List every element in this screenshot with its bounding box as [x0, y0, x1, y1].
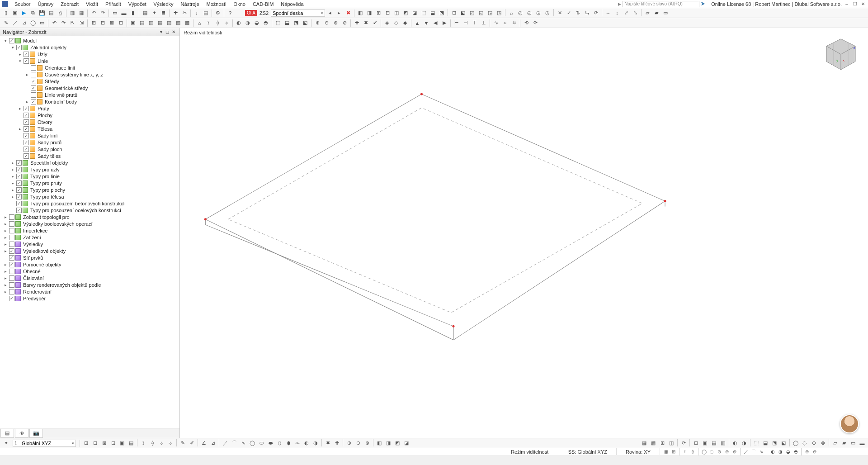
- toolbar2-btn-49[interactable]: ◇: [392, 19, 400, 27]
- tree-row[interactable]: ▸Renderování: [0, 288, 179, 295]
- toolbar2-btn-53[interactable]: ▼: [422, 19, 430, 27]
- menu-item-nápověda[interactable]: Nápověda: [277, 1, 307, 7]
- filter-icon[interactable]: ✖: [344, 9, 352, 17]
- menu-item-možnosti[interactable]: Možnosti: [203, 1, 230, 7]
- toolbar2-btn-21[interactable]: ▨: [174, 19, 182, 27]
- tree-row[interactable]: Sady ploch: [0, 146, 179, 152]
- status-icon-13[interactable]: ⌒: [750, 449, 757, 455]
- toolbar1-btn-6[interactable]: ◪: [410, 9, 419, 17]
- tree-checkbox[interactable]: [9, 275, 14, 281]
- tree-row[interactable]: ▸Zatížení: [0, 234, 179, 241]
- toolbar2-btn-9[interactable]: ⇲: [77, 19, 85, 27]
- status-icon-21[interactable]: ⊕: [804, 449, 810, 455]
- status-icon-14[interactable]: ∿: [758, 449, 764, 455]
- tree-twisty-icon[interactable]: ▸: [3, 276, 8, 280]
- bottom-toolbar-right-btn-3[interactable]: ◫: [667, 439, 675, 447]
- toolbar1-btn-1[interactable]: ◨: [365, 9, 373, 17]
- bottom-toolbar-btn-1[interactable]: ⊟: [91, 439, 99, 447]
- section-icon[interactable]: ✂: [180, 9, 189, 17]
- panel-pin-icon[interactable]: ◻: [164, 29, 170, 34]
- tree-twisty-icon[interactable]: ▸: [10, 174, 15, 179]
- status-icon-17[interactable]: ◑: [777, 449, 783, 455]
- toolbar2-btn-24[interactable]: ⌂: [195, 19, 203, 27]
- toolbar1-btn-3[interactable]: ⊟: [383, 9, 392, 17]
- tree-checkbox[interactable]: [9, 262, 14, 267]
- bottom-toolbar-right-btn-7[interactable]: ⊡: [692, 439, 700, 447]
- node-marker[interactable]: [204, 218, 207, 220]
- bottom-toolbar-right-btn-0[interactable]: ▦: [640, 439, 648, 447]
- tree-twisty-icon[interactable]: ▸: [3, 215, 8, 219]
- run-icon[interactable]: ▶: [20, 9, 28, 17]
- search-submit-icon[interactable]: ⮞: [701, 2, 705, 6]
- bottom-toolbar-btn-31[interactable]: ✚: [333, 439, 341, 447]
- tree-checkbox[interactable]: [24, 119, 29, 125]
- tree-row[interactable]: ▸Speciální objekty: [0, 159, 179, 166]
- toolbar2-btn-17[interactable]: ▤: [138, 19, 146, 27]
- tree-row[interactable]: ▸Typy pro uzly: [0, 166, 179, 173]
- toolbar2-btn-57[interactable]: ⊢: [453, 19, 461, 27]
- toolbar1-btn-33[interactable]: ⤡: [631, 9, 639, 17]
- toolbar1-btn-31[interactable]: ↕: [613, 9, 621, 17]
- bottom-toolbar-right-btn-26[interactable]: ▰: [840, 439, 848, 447]
- bottom-toolbar-right-btn-16[interactable]: ⬓: [761, 439, 769, 447]
- toolbar2-btn-13[interactable]: ⊠: [108, 19, 116, 27]
- bottom-toolbar-btn-2[interactable]: ⊠: [100, 439, 108, 447]
- bottom-toolbar-btn-40[interactable]: ◪: [402, 439, 410, 447]
- toolbar1-btn-16[interactable]: ◳: [495, 9, 503, 17]
- open-file-icon[interactable]: ▣: [11, 9, 19, 17]
- nav-tab-view[interactable]: 📷: [29, 429, 43, 438]
- bottom-toolbar-btn-3[interactable]: ⊡: [109, 439, 117, 447]
- panel-float-icon[interactable]: ▾: [158, 29, 164, 34]
- tree-twisty-icon[interactable]: ▸: [3, 289, 8, 294]
- status-icon-22[interactable]: ⊖: [811, 449, 818, 455]
- menu-item-nástroje[interactable]: Nástroje: [177, 1, 203, 7]
- toolbar2-btn-60[interactable]: ⊥: [480, 19, 488, 27]
- toolbar1-btn-20[interactable]: ◵: [525, 9, 533, 17]
- bottom-toolbar-btn-23[interactable]: ⬬: [266, 439, 274, 447]
- menu-item-výsledky[interactable]: Výsledky: [150, 1, 177, 7]
- tree-checkbox[interactable]: [9, 242, 14, 247]
- tree-checkbox[interactable]: [16, 45, 22, 50]
- bottom-toolbar-btn-28[interactable]: ◑: [311, 439, 320, 447]
- tree-twisty-icon[interactable]: ▸: [3, 283, 8, 287]
- toolbar1-btn-22[interactable]: ◷: [543, 9, 552, 17]
- bottom-toolbar-btn-7[interactable]: ⟟: [139, 439, 147, 447]
- bottom-toolbar-right-btn-28[interactable]: ▬: [858, 439, 866, 447]
- toolbar2-btn-44[interactable]: ✚: [353, 19, 361, 27]
- bottom-toolbar-btn-8[interactable]: ⟠: [148, 439, 156, 447]
- search-input[interactable]: Napište klíčové slovo (Alt+Q): [623, 1, 699, 7]
- toolbar2-btn-39[interactable]: ⊕: [313, 19, 321, 27]
- tree-checkbox[interactable]: [24, 133, 29, 138]
- tree-checkbox[interactable]: [16, 160, 22, 166]
- tree-twisty-icon[interactable]: ▸: [3, 228, 8, 233]
- bottom-toolbar-btn-9[interactable]: ⟡: [157, 439, 165, 447]
- toolbar1-btn-14[interactable]: ◱: [477, 9, 485, 17]
- bottom-toolbar-right-btn-8[interactable]: ▣: [701, 439, 709, 447]
- tree-checkbox[interactable]: [31, 72, 36, 77]
- toolbar1-btn-15[interactable]: ◲: [486, 9, 494, 17]
- toolbar1-btn-26[interactable]: ⇅: [574, 9, 582, 17]
- layers-icon[interactable]: ≣: [159, 9, 167, 17]
- tree-checkbox[interactable]: [9, 228, 14, 233]
- tree-row[interactable]: ▸Typy pro linie: [0, 173, 179, 180]
- view-wire-icon[interactable]: ▭: [111, 9, 119, 17]
- tree-checkbox[interactable]: [16, 201, 22, 206]
- tree-checkbox[interactable]: [9, 296, 14, 301]
- toolbar2-btn-66[interactable]: ⟲: [522, 19, 530, 27]
- toolbar2-btn-41[interactable]: ⊗: [331, 19, 340, 27]
- toolbar2-btn-12[interactable]: ⊟: [99, 19, 107, 27]
- assistant-avatar[interactable]: [840, 414, 859, 433]
- toolbar2-btn-62[interactable]: ∿: [492, 19, 500, 27]
- bottom-toolbar-btn-15[interactable]: ∠: [200, 439, 208, 447]
- status-icon-6[interactable]: ◯: [701, 449, 707, 455]
- tree-checkbox[interactable]: [16, 194, 22, 199]
- tree-twisty-icon[interactable]: ▾: [3, 38, 8, 43]
- tree-row[interactable]: ▸Tělesa: [0, 125, 179, 132]
- navigator-tree[interactable]: ▾Model▾Základní objekty▸Uzly▾Linie Orien…: [0, 36, 179, 428]
- toolbar2-btn-35[interactable]: ⬓: [283, 19, 291, 27]
- bottom-toolbar-right-btn-2[interactable]: ⊞: [658, 439, 666, 447]
- toolbar1-btn-24[interactable]: ✕: [556, 9, 564, 17]
- toolbar2-btn-54[interactable]: ◀: [431, 19, 439, 27]
- tree-checkbox[interactable]: [24, 106, 29, 111]
- toolbar2-btn-8[interactable]: ⇱: [68, 19, 76, 27]
